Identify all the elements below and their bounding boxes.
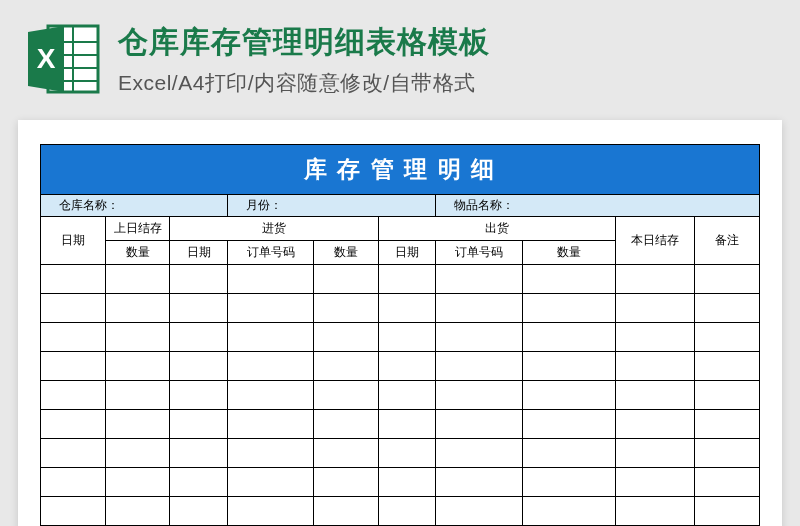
excel-icon: X <box>24 20 102 98</box>
table-row <box>41 497 760 526</box>
item-name-cell: 物品名称： <box>436 195 760 217</box>
table-cell <box>616 265 695 294</box>
info-row: 仓库名称： 月份： 物品名称： <box>41 195 760 217</box>
table-row <box>41 265 760 294</box>
table-cell <box>170 352 228 381</box>
col-outbound: 出货 <box>378 217 615 241</box>
table-cell <box>314 439 379 468</box>
table-cell <box>41 294 106 323</box>
table-cell <box>616 381 695 410</box>
page-subtitle: Excel/A4打印/内容随意修改/自带格式 <box>118 69 776 97</box>
table-cell <box>170 497 228 526</box>
table-cell <box>436 352 522 381</box>
col-today-balance: 本日结存 <box>616 217 695 265</box>
table-cell <box>41 323 106 352</box>
col-out-order: 订单号码 <box>436 241 522 265</box>
table-cell <box>314 323 379 352</box>
table-cell <box>522 439 615 468</box>
table-cell <box>436 410 522 439</box>
col-inbound: 进货 <box>170 217 378 241</box>
table-cell <box>41 468 106 497</box>
table-cell <box>105 352 170 381</box>
table-cell <box>695 439 760 468</box>
table-cell <box>105 323 170 352</box>
table-cell <box>227 265 313 294</box>
table-cell <box>695 468 760 497</box>
table-cell <box>616 294 695 323</box>
table-cell <box>695 294 760 323</box>
table-body <box>41 265 760 526</box>
col-prev-balance-l2: 数量 <box>105 241 170 265</box>
table-cell <box>695 265 760 294</box>
table-cell <box>616 439 695 468</box>
table-cell <box>436 439 522 468</box>
svg-text:X: X <box>37 43 56 74</box>
col-note: 备注 <box>695 217 760 265</box>
table-cell <box>170 439 228 468</box>
table-cell <box>378 439 436 468</box>
header-row-1: 日期 上日结存 进货 出货 本日结存 备注 <box>41 217 760 241</box>
table-cell <box>170 381 228 410</box>
header-text-block: 仓库库存管理明细表格模板 Excel/A4打印/内容随意修改/自带格式 <box>118 22 776 97</box>
table-cell <box>378 410 436 439</box>
table-cell <box>695 352 760 381</box>
table-row <box>41 294 760 323</box>
table-cell <box>227 497 313 526</box>
table-cell <box>378 381 436 410</box>
page-header: X 仓库库存管理明细表格模板 Excel/A4打印/内容随意修改/自带格式 <box>0 0 800 112</box>
table-cell <box>378 323 436 352</box>
table-cell <box>522 497 615 526</box>
table-cell <box>170 323 228 352</box>
table-cell <box>695 497 760 526</box>
table-cell <box>314 294 379 323</box>
table-row <box>41 323 760 352</box>
col-prev-balance-l1: 上日结存 <box>105 217 170 241</box>
col-in-qty: 数量 <box>314 241 379 265</box>
col-in-date: 日期 <box>170 241 228 265</box>
table-cell <box>170 294 228 323</box>
table-cell <box>436 294 522 323</box>
sheet-title: 库 存 管 理 明 细 <box>40 144 760 194</box>
col-out-date: 日期 <box>378 241 436 265</box>
table-cell <box>41 381 106 410</box>
table-cell <box>616 497 695 526</box>
table-cell <box>522 381 615 410</box>
table-cell <box>314 497 379 526</box>
table-cell <box>41 497 106 526</box>
inventory-table: 仓库名称： 月份： 物品名称： 日期 上日结存 进货 出货 本日结存 备注 数量… <box>40 194 760 526</box>
table-cell <box>378 265 436 294</box>
table-cell <box>105 294 170 323</box>
table-cell <box>378 352 436 381</box>
table-cell <box>105 468 170 497</box>
table-cell <box>105 381 170 410</box>
table-cell <box>170 468 228 497</box>
table-cell <box>105 439 170 468</box>
table-cell <box>522 323 615 352</box>
table-cell <box>227 439 313 468</box>
table-cell <box>314 265 379 294</box>
table-cell <box>436 497 522 526</box>
month-cell: 月份： <box>227 195 435 217</box>
table-row <box>41 439 760 468</box>
table-cell <box>41 439 106 468</box>
table-cell <box>314 352 379 381</box>
page-title: 仓库库存管理明细表格模板 <box>118 22 776 63</box>
table-cell <box>436 323 522 352</box>
sheet-container: 库 存 管 理 明 细 仓库名称： 月份： 物品名称： 日期 上日结存 进货 出… <box>18 120 782 526</box>
table-row <box>41 410 760 439</box>
table-cell <box>227 410 313 439</box>
table-cell <box>105 410 170 439</box>
table-cell <box>522 265 615 294</box>
table-cell <box>616 352 695 381</box>
table-cell <box>436 265 522 294</box>
table-cell <box>522 294 615 323</box>
table-cell <box>522 410 615 439</box>
col-in-order: 订单号码 <box>227 241 313 265</box>
table-cell <box>170 410 228 439</box>
table-cell <box>105 265 170 294</box>
table-cell <box>378 294 436 323</box>
table-cell <box>695 323 760 352</box>
table-row <box>41 352 760 381</box>
col-out-qty: 数量 <box>522 241 615 265</box>
warehouse-name-cell: 仓库名称： <box>41 195 228 217</box>
